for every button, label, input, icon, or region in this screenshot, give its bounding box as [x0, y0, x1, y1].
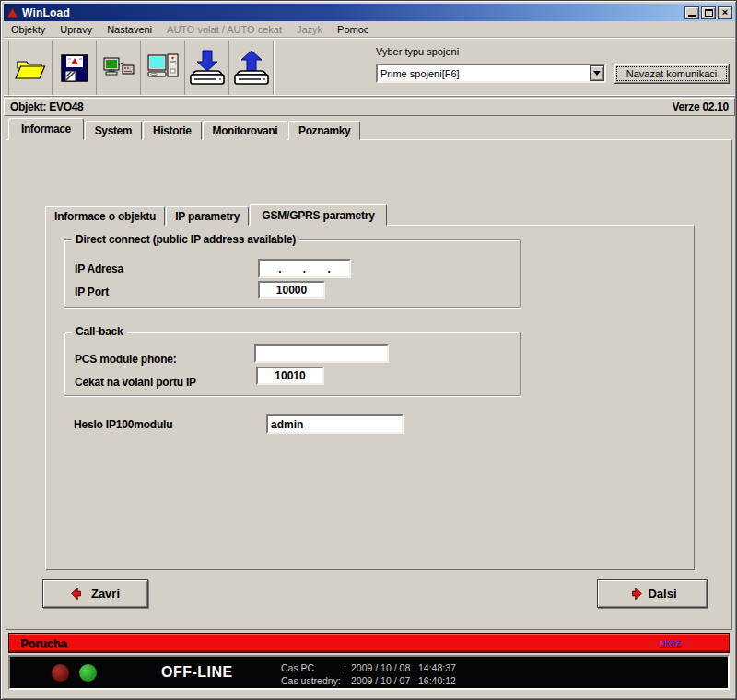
red-led-indicator	[52, 664, 69, 682]
winload-window: WinLoad × Objekty Upravy Nastaveni AUTO …	[0, 0, 737, 700]
open-folder-icon	[14, 53, 47, 83]
open-folder-button[interactable]	[8, 41, 53, 95]
direct-connect-group: Direct connect (public IP address availa…	[64, 239, 521, 308]
panel-time-row: Cas ustredny: 2009 / 10 / 07 16:40:12	[281, 674, 456, 687]
green-led-indicator	[79, 664, 97, 682]
chevron-down-icon	[593, 71, 601, 76]
floppy-disk-icon	[59, 52, 90, 84]
red-arrow-left-icon	[71, 587, 86, 601]
red-arrow-right-icon	[627, 587, 642, 601]
callback-group: Call-back PCS module phone: Cekat na vol…	[64, 332, 521, 396]
minimize-button[interactable]	[684, 6, 699, 19]
tab-informace-o-objektu[interactable]: Informace o objektu	[45, 206, 165, 226]
download-arrow-icon	[188, 49, 227, 88]
alert-show-link[interactable]: ukaz	[660, 637, 681, 648]
download-button[interactable]	[185, 41, 229, 95]
panel-time-separator	[344, 674, 351, 687]
pc-connection-button[interactable]	[97, 41, 141, 95]
minimize-icon	[688, 15, 696, 17]
tab-informace[interactable]: Informace	[8, 118, 84, 140]
status-bar: OFF-LINE Cas PC : 2009 / 10 / 08 14:48:3…	[8, 655, 730, 690]
maximize-button[interactable]	[701, 6, 716, 19]
connection-type-value: Prime spojeni[F6]	[378, 68, 590, 79]
upload-arrow-icon	[232, 49, 271, 88]
alert-text: Porucha	[20, 636, 67, 650]
menu-auto-volat-cekat: AUTO volat / AUTO cekat	[159, 22, 289, 37]
window-title: WinLoad	[22, 6, 70, 19]
next-nav-label: Dalsi	[648, 587, 676, 601]
tab-ip-parametry[interactable]: IP parametry	[166, 206, 249, 226]
ip100-password-label: Heslo IP100modulu	[74, 418, 172, 431]
tab-gsm-gprs-parametry[interactable]: GSM/GPRS parametry	[250, 204, 386, 226]
alert-bar: Porucha ukaz	[8, 633, 730, 653]
close-icon: ×	[722, 7, 728, 18]
main-tabstrip: Informace System Historie Monitorovani P…	[8, 118, 361, 140]
pcs-phone-label: PCS module phone:	[75, 353, 177, 366]
menu-upravy[interactable]: Upravy	[53, 22, 99, 37]
upload-button[interactable]	[229, 41, 274, 95]
ip-port-label: IP Port	[75, 286, 109, 298]
close-button[interactable]: ×	[718, 6, 732, 19]
tab-poznamky[interactable]: Poznamky	[288, 121, 360, 140]
ip-port-input[interactable]	[258, 281, 325, 299]
pc-time-value: 2009 / 10 / 08 14:48:37	[351, 661, 456, 674]
menu-bar: Objekty Upravy Nastaveni AUTO volat / AU…	[4, 21, 735, 38]
tab-system[interactable]: System	[85, 121, 142, 140]
pc-time-label: Cas PC	[281, 661, 344, 674]
inner-tabstrip: Informace o objektu IP parametry GSM/GPR…	[45, 204, 388, 226]
panel-time-label: Cas ustredny:	[281, 674, 344, 687]
toolbar: Vyber typu spojeni Prime spojeni[F6] Nav…	[4, 38, 735, 97]
connection-type-label: Vyber typu spojeni	[376, 46, 459, 57]
gsm-gprs-tabpage: Direct connect (public IP address availa…	[45, 225, 695, 570]
close-nav-label: Zavri	[91, 587, 120, 601]
tab-monitorovani[interactable]: Monitorovani	[203, 121, 288, 140]
title-bar[interactable]: WinLoad ×	[4, 4, 735, 21]
window-bottom-strip	[4, 692, 735, 698]
app-logo-triangle-icon	[6, 7, 18, 18]
menu-jazyk: Jazyk	[289, 22, 330, 37]
ip100-password-input[interactable]	[266, 414, 404, 434]
computer-icon	[146, 52, 180, 84]
panel-time-value: 2009 / 10 / 07 16:40:12	[351, 674, 456, 687]
direct-connect-group-title: Direct connect (public IP address availa…	[72, 233, 299, 246]
menu-pomoc[interactable]: Pomoc	[330, 22, 376, 37]
callback-group-title: Call-back	[72, 325, 127, 338]
combo-dropdown-button[interactable]	[590, 65, 604, 81]
close-nav-button[interactable]: Zavri	[42, 579, 148, 608]
pcs-phone-input[interactable]	[254, 344, 389, 363]
next-nav-button[interactable]: Dalsi	[597, 579, 708, 608]
tab-historie[interactable]: Historie	[143, 121, 201, 140]
wait-port-label: Cekat na volani portu IP	[75, 376, 196, 389]
connect-button[interactable]: Navazat komunikaci	[614, 64, 730, 84]
connection-type-select[interactable]: Prime spojeni[F6]	[376, 64, 606, 83]
menu-nastaveni[interactable]: Nastaveni	[99, 22, 159, 37]
version-label: Verze 02.10	[673, 100, 729, 113]
computer-button[interactable]	[141, 41, 185, 95]
object-name: Objekt: EVO48	[10, 100, 83, 113]
pc-time-separator: :	[344, 661, 351, 674]
ip-address-label: IP Adresa	[75, 262, 123, 275]
object-bar: Objekt: EVO48 Verze 02.10	[4, 98, 735, 116]
maximize-icon	[705, 9, 713, 17]
save-button[interactable]	[53, 41, 97, 95]
menu-objekty[interactable]: Objekty	[4, 22, 53, 37]
pc-time-row: Cas PC : 2009 / 10 / 08 14:48:37	[281, 661, 456, 674]
connection-state: OFF-LINE	[161, 664, 233, 681]
ip-address-field[interactable]: . . .	[258, 259, 351, 278]
pc-connection-icon	[102, 54, 135, 82]
wait-port-input[interactable]	[256, 367, 324, 385]
time-display: Cas PC : 2009 / 10 / 08 14:48:37 Cas ust…	[281, 661, 456, 687]
